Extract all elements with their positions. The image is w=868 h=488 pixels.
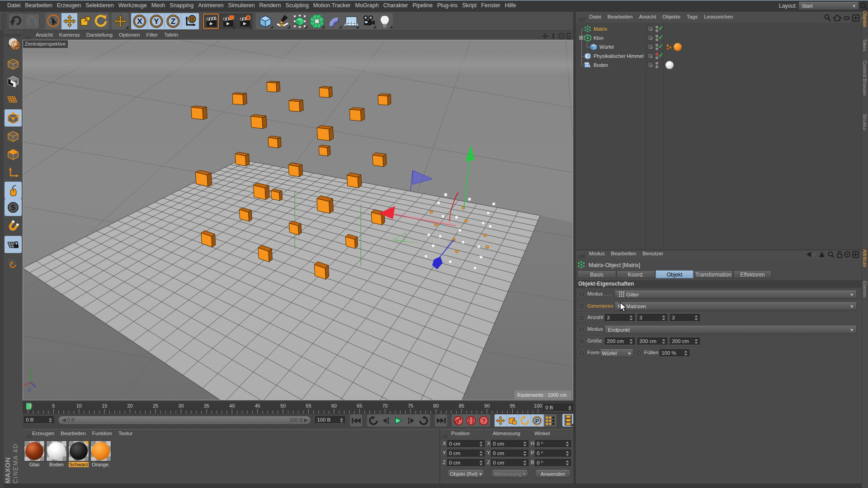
svg-text:45: 45 bbox=[255, 403, 260, 408]
svg-text:S: S bbox=[11, 204, 16, 211]
svg-text:40: 40 bbox=[229, 403, 235, 408]
svg-text:Z: Z bbox=[170, 17, 175, 26]
svg-text:?: ? bbox=[482, 418, 486, 424]
svg-text:5: 5 bbox=[52, 403, 55, 408]
svg-text:100: 100 bbox=[534, 403, 542, 408]
svg-text:P: P bbox=[535, 418, 539, 424]
svg-text:Zentralperspektive: Zentralperspektive bbox=[25, 41, 66, 47]
svg-text:50: 50 bbox=[280, 403, 286, 408]
svg-text:80: 80 bbox=[433, 403, 439, 408]
svg-text:0: 0 bbox=[29, 403, 32, 408]
svg-text:55: 55 bbox=[306, 403, 311, 408]
svg-text:65: 65 bbox=[357, 403, 362, 408]
svg-text:20: 20 bbox=[127, 403, 132, 408]
svg-text:70: 70 bbox=[382, 403, 387, 408]
svg-text:35: 35 bbox=[204, 403, 209, 408]
svg-text:85: 85 bbox=[459, 403, 464, 408]
svg-text:30: 30 bbox=[178, 403, 184, 408]
svg-text:10: 10 bbox=[76, 403, 82, 408]
svg-text:X: X bbox=[137, 17, 142, 26]
svg-text:15: 15 bbox=[102, 403, 107, 408]
svg-text:Z: Z bbox=[28, 388, 31, 392]
svg-text:Y: Y bbox=[29, 366, 32, 371]
svg-text:75: 75 bbox=[408, 403, 413, 408]
svg-text:Y: Y bbox=[154, 17, 159, 26]
svg-text:95: 95 bbox=[509, 403, 515, 408]
svg-text:Rasterweite : 1000 cm: Rasterweite : 1000 cm bbox=[517, 392, 566, 398]
svg-text:25: 25 bbox=[153, 403, 158, 408]
svg-text:90: 90 bbox=[484, 403, 490, 408]
svg-text:60: 60 bbox=[331, 403, 337, 408]
